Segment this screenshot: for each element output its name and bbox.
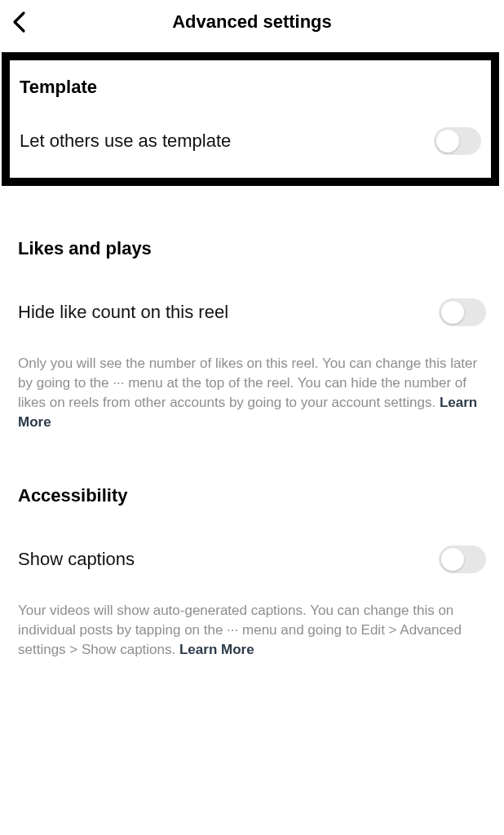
toggle-knob — [441, 548, 464, 571]
section-title-template: Template — [20, 77, 481, 98]
toggle-show-captions[interactable] — [439, 546, 486, 573]
row-show-captions: Show captions — [0, 546, 504, 573]
page-title: Advanced settings — [13, 11, 491, 33]
toggle-hide-likes[interactable] — [439, 298, 486, 326]
toggle-knob — [436, 130, 459, 152]
row-template-toggle: Let others use as template — [20, 127, 481, 155]
back-button[interactable] — [11, 11, 26, 33]
row-label-show-captions: Show captions — [18, 549, 135, 570]
header: Advanced settings — [0, 0, 504, 44]
row-label-hide-likes: Hide like count on this reel — [18, 302, 228, 323]
row-hide-likes: Hide like count on this reel — [0, 298, 504, 326]
chevron-left-icon — [11, 11, 26, 33]
section-title-accessibility: Accessibility — [0, 485, 504, 506]
learn-more-captions[interactable]: Learn More — [179, 642, 254, 657]
toggle-template[interactable] — [434, 127, 481, 155]
help-text-likes-body: Only you will see the number of likes on… — [18, 356, 477, 410]
toggle-knob — [441, 301, 464, 324]
section-title-likes: Likes and plays — [0, 238, 504, 259]
row-label-template: Let others use as template — [20, 130, 231, 152]
template-highlight-box: Template Let others use as template — [2, 52, 499, 186]
help-text-captions: Your videos will show auto-generated cap… — [0, 601, 504, 660]
help-text-likes: Only you will see the number of likes on… — [0, 354, 504, 433]
